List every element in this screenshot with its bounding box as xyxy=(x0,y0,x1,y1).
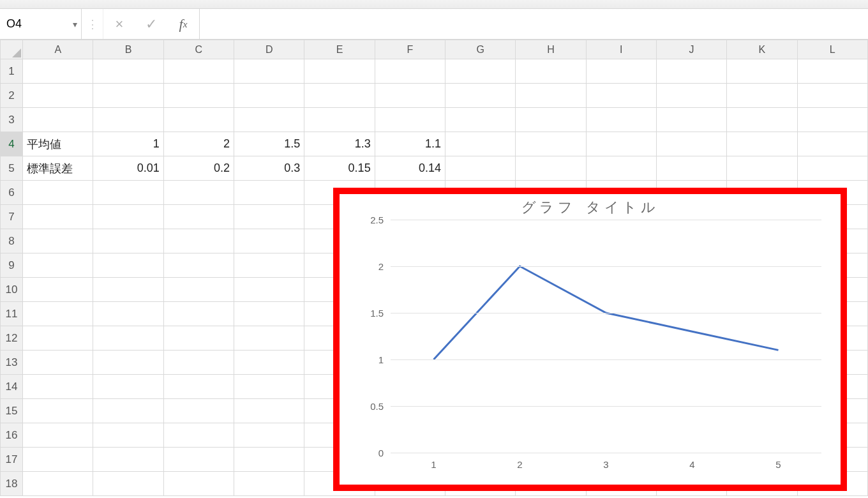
cell-A2[interactable] xyxy=(23,84,93,108)
row-header-2[interactable]: 2 xyxy=(1,84,23,108)
cell-H5[interactable] xyxy=(516,156,586,181)
cell-A16[interactable] xyxy=(23,423,93,448)
cell-E3[interactable] xyxy=(304,108,375,132)
cell-B12[interactable] xyxy=(93,326,163,351)
cell-A12[interactable] xyxy=(23,326,93,351)
cell-I3[interactable] xyxy=(586,108,656,132)
cell-B1[interactable] xyxy=(93,59,163,84)
cell-D16[interactable] xyxy=(234,423,304,448)
cell-A3[interactable] xyxy=(23,108,93,132)
cell-C8[interactable] xyxy=(163,229,234,253)
cell-A11[interactable] xyxy=(23,302,93,326)
cell-J5[interactable] xyxy=(656,156,726,181)
cell-B14[interactable] xyxy=(93,375,163,399)
cell-G5[interactable] xyxy=(445,156,515,181)
cell-J1[interactable] xyxy=(656,59,726,84)
cell-F3[interactable] xyxy=(375,108,445,132)
cell-A4[interactable]: 平均値 xyxy=(23,132,93,156)
name-box-dropdown-icon[interactable]: ▾ xyxy=(73,19,77,29)
cell-K2[interactable] xyxy=(727,84,797,108)
cell-E2[interactable] xyxy=(304,84,375,108)
cell-K1[interactable] xyxy=(727,59,797,84)
cell-C11[interactable] xyxy=(163,302,234,326)
cell-B9[interactable] xyxy=(93,253,163,278)
cell-A9[interactable] xyxy=(23,253,93,278)
cell-G2[interactable] xyxy=(445,84,515,108)
cell-A1[interactable] xyxy=(23,59,93,84)
cell-A13[interactable] xyxy=(23,351,93,375)
cell-D13[interactable] xyxy=(234,351,304,375)
cell-L5[interactable] xyxy=(797,156,867,181)
cell-C9[interactable] xyxy=(163,253,234,278)
select-all-corner[interactable] xyxy=(1,40,23,59)
cell-D4[interactable]: 1.5 xyxy=(234,132,304,156)
cell-C14[interactable] xyxy=(163,375,234,399)
cell-D3[interactable] xyxy=(234,108,304,132)
cell-B11[interactable] xyxy=(93,302,163,326)
cell-D11[interactable] xyxy=(234,302,304,326)
cell-C16[interactable] xyxy=(163,423,234,448)
cell-A7[interactable] xyxy=(23,205,93,229)
cell-D6[interactable] xyxy=(234,181,304,205)
cell-A5[interactable]: 標準誤差 xyxy=(23,156,93,181)
row-header-7[interactable]: 7 xyxy=(1,205,23,229)
cell-K4[interactable] xyxy=(727,132,797,156)
row-header-9[interactable]: 9 xyxy=(1,253,23,278)
cell-C3[interactable] xyxy=(163,108,234,132)
cell-C7[interactable] xyxy=(163,205,234,229)
cell-D12[interactable] xyxy=(234,326,304,351)
column-header-F[interactable]: F xyxy=(375,40,445,59)
cell-B3[interactable] xyxy=(93,108,163,132)
row-header-3[interactable]: 3 xyxy=(1,108,23,132)
column-header-D[interactable]: D xyxy=(234,40,304,59)
name-box[interactable]: ▾ xyxy=(0,9,82,39)
cell-F1[interactable] xyxy=(375,59,445,84)
cell-J3[interactable] xyxy=(656,108,726,132)
cell-F2[interactable] xyxy=(375,84,445,108)
cell-D1[interactable] xyxy=(234,59,304,84)
column-header-H[interactable]: H xyxy=(516,40,586,59)
formula-input[interactable] xyxy=(200,9,868,39)
cell-K5[interactable] xyxy=(727,156,797,181)
row-header-17[interactable]: 17 xyxy=(1,448,23,472)
cell-B17[interactable] xyxy=(93,448,163,472)
row-header-6[interactable]: 6 xyxy=(1,181,23,205)
row-header-13[interactable]: 13 xyxy=(1,351,23,375)
cell-D14[interactable] xyxy=(234,375,304,399)
cell-C1[interactable] xyxy=(163,59,234,84)
cell-C17[interactable] xyxy=(163,448,234,472)
column-header-K[interactable]: K xyxy=(727,40,797,59)
cell-L3[interactable] xyxy=(797,108,867,132)
cell-H3[interactable] xyxy=(516,108,586,132)
cell-D2[interactable] xyxy=(234,84,304,108)
chart-object[interactable]: グラフ タイトル 00.511.522.5 12345 xyxy=(333,188,847,491)
cell-A10[interactable] xyxy=(23,278,93,302)
cell-B2[interactable] xyxy=(93,84,163,108)
cell-D5[interactable]: 0.3 xyxy=(234,156,304,181)
cell-D8[interactable] xyxy=(234,229,304,253)
cell-L1[interactable] xyxy=(797,59,867,84)
cell-I4[interactable] xyxy=(586,132,656,156)
cell-B10[interactable] xyxy=(93,278,163,302)
column-header-C[interactable]: C xyxy=(163,40,234,59)
enter-formula-button[interactable]: ✓ xyxy=(135,9,167,39)
cell-E4[interactable]: 1.3 xyxy=(304,132,375,156)
cell-D15[interactable] xyxy=(234,399,304,423)
cell-A18[interactable] xyxy=(23,472,93,496)
column-header-J[interactable]: J xyxy=(656,40,726,59)
cell-H4[interactable] xyxy=(516,132,586,156)
row-header-1[interactable]: 1 xyxy=(1,59,23,84)
cell-B13[interactable] xyxy=(93,351,163,375)
cell-C6[interactable] xyxy=(163,181,234,205)
row-header-10[interactable]: 10 xyxy=(1,278,23,302)
column-header-L[interactable]: L xyxy=(797,40,867,59)
cell-D18[interactable] xyxy=(234,472,304,496)
row-header-8[interactable]: 8 xyxy=(1,229,23,253)
column-header-E[interactable]: E xyxy=(304,40,375,59)
row-header-12[interactable]: 12 xyxy=(1,326,23,351)
cell-B5[interactable]: 0.01 xyxy=(93,156,163,181)
cell-E5[interactable]: 0.15 xyxy=(304,156,375,181)
column-header-B[interactable]: B xyxy=(93,40,163,59)
cell-C13[interactable] xyxy=(163,351,234,375)
cell-C12[interactable] xyxy=(163,326,234,351)
